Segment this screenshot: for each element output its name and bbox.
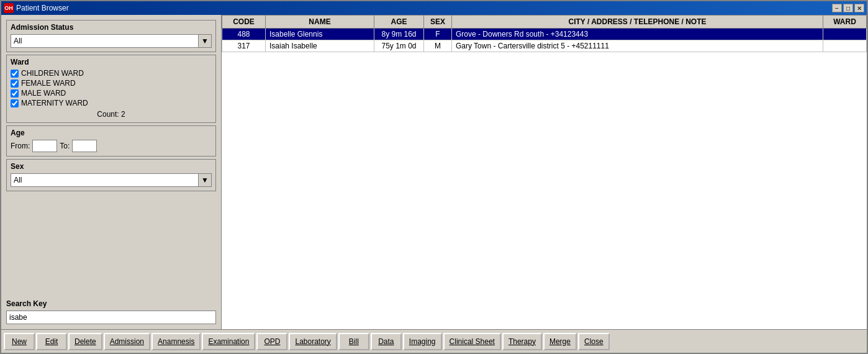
age-row: From: To:	[11, 140, 212, 152]
age-label: Age	[11, 129, 212, 137]
ward-maternity-checkbox[interactable]	[11, 99, 19, 107]
col-header-sex: SEX	[424, 16, 452, 29]
cell-name: Isaiah Isabelle	[266, 40, 374, 52]
merge-button[interactable]: Merge	[543, 333, 577, 350]
title-bar-left: OH Patient Browser	[4, 3, 69, 13]
ward-children-item: CHILDREN WARD	[11, 69, 212, 78]
age-to-label: To:	[60, 142, 70, 150]
examination-button[interactable]: Examination	[202, 333, 255, 350]
ward-female-item: FEMALE WARD	[11, 79, 212, 88]
bottom-bar: New Edit Delete Admission Anamnesis Exam…	[1, 329, 867, 353]
title-controls: − □ ✕	[832, 4, 864, 12]
clinical-sheet-button[interactable]: Clinical Sheet	[443, 333, 501, 350]
cell-name: Isabelle Glennis	[266, 29, 374, 40]
cell-age: 75y 1m 0d	[374, 40, 424, 52]
app-icon: OH	[4, 3, 14, 13]
ward-female-checkbox[interactable]	[11, 79, 19, 88]
opd-button[interactable]: OPD	[256, 333, 287, 350]
ward-female-label: FEMALE WARD	[21, 79, 76, 88]
minimize-button[interactable]: −	[832, 4, 842, 12]
cell-city: Grove - Downers Rd south - +34123443	[452, 29, 823, 40]
main-window: OH Patient Browser − □ ✕ Admission Statu…	[0, 0, 868, 354]
col-header-ward: WARD	[823, 16, 867, 29]
cell-sex: M	[424, 40, 452, 52]
col-header-name: NAME	[266, 16, 374, 29]
cell-ward	[823, 29, 867, 40]
data-button[interactable]: Data	[371, 333, 402, 350]
search-key-section: Search Key	[6, 299, 216, 324]
ward-maternity-label: MATERNITY WARD	[21, 99, 88, 107]
left-panel: Admission Status All Admitted Discharged…	[1, 15, 222, 329]
cell-code: 488	[222, 29, 266, 40]
age-to-input[interactable]	[72, 140, 97, 152]
right-panel: CODE NAME AGE SEX CITY / ADDRESS / TELEP…	[222, 15, 867, 329]
sex-dropdown[interactable]: All Male Female	[11, 173, 212, 187]
patient-table: CODE NAME AGE SEX CITY / ADDRESS / TELEP…	[222, 15, 867, 52]
anamnesis-button[interactable]: Anamnesis	[151, 333, 201, 350]
main-content: Admission Status All Admitted Discharged…	[1, 15, 867, 329]
therapy-button[interactable]: Therapy	[502, 333, 542, 350]
cell-sex: F	[424, 29, 452, 40]
admission-status-section: Admission Status All Admitted Discharged…	[6, 20, 216, 52]
age-section: Age From: To:	[6, 125, 216, 157]
delete-button[interactable]: Delete	[68, 333, 102, 350]
col-header-code: CODE	[222, 16, 266, 29]
table-row[interactable]: 317 Isaiah Isabelle 75y 1m 0d M Gary Tow…	[222, 40, 867, 52]
ward-children-checkbox[interactable]	[11, 70, 19, 78]
admission-button[interactable]: Admission	[104, 333, 150, 350]
age-from-label: From:	[11, 142, 30, 150]
window-close-button[interactable]: ✕	[854, 4, 864, 12]
ward-label: Ward	[11, 58, 212, 66]
ward-section: Ward CHILDREN WARD FEMALE WARD MALE WARD…	[6, 55, 216, 123]
col-header-city: CITY / ADDRESS / TELEPHONE / NOTE	[452, 16, 823, 29]
bill-button[interactable]: Bill	[338, 333, 369, 350]
restore-button[interactable]: □	[843, 4, 853, 12]
admission-status-label: Admission Status	[11, 23, 212, 32]
table-header-row: CODE NAME AGE SEX CITY / ADDRESS / TELEP…	[222, 16, 867, 29]
cell-age: 8y 9m 16d	[374, 29, 424, 40]
title-bar: OH Patient Browser − □ ✕	[1, 1, 867, 15]
age-from-input[interactable]	[32, 140, 57, 152]
edit-button[interactable]: Edit	[36, 333, 67, 350]
cell-city: Gary Town - Cartersville district 5 - +4…	[452, 40, 823, 52]
imaging-button[interactable]: Imaging	[403, 333, 442, 350]
ward-maternity-item: MATERNITY WARD	[11, 99, 212, 107]
new-button[interactable]: New	[4, 333, 35, 350]
cell-code: 317	[222, 40, 266, 52]
laboratory-button[interactable]: Laboratory	[289, 333, 337, 350]
cell-ward	[823, 40, 867, 52]
ward-male-label: MALE WARD	[21, 89, 66, 98]
window-title: Patient Browser	[16, 4, 69, 12]
ward-male-checkbox[interactable]	[11, 89, 19, 98]
sex-label: Sex	[11, 162, 212, 171]
close-button[interactable]: Close	[578, 333, 610, 350]
table-row[interactable]: 488 Isabelle Glennis 8y 9m 16d F Grove -…	[222, 29, 867, 40]
search-key-input[interactable]	[6, 311, 216, 324]
search-key-label: Search Key	[6, 299, 216, 308]
ward-count: Count: 2	[11, 110, 212, 119]
admission-status-dropdown[interactable]: All Admitted Discharged	[11, 34, 212, 48]
admission-status-dropdown-container: All Admitted Discharged ▼	[11, 34, 212, 48]
col-header-age: AGE	[374, 16, 424, 29]
ward-children-label: CHILDREN WARD	[21, 69, 84, 78]
table-container: CODE NAME AGE SEX CITY / ADDRESS / TELEP…	[222, 15, 867, 329]
ward-male-item: MALE WARD	[11, 89, 212, 98]
sex-dropdown-container: All Male Female ▼	[11, 173, 212, 187]
sex-section: Sex All Male Female ▼	[6, 159, 216, 191]
